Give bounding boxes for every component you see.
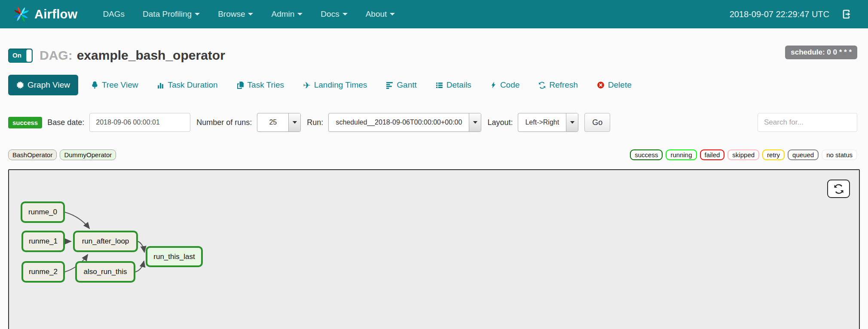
- nav-item-browse[interactable]: Browse: [209, 0, 262, 28]
- search-input[interactable]: [758, 113, 857, 132]
- tab-label: Tree View: [102, 80, 138, 90]
- task-node-runme_0[interactable]: runme_0: [21, 201, 65, 223]
- tab-label: Details: [446, 80, 471, 90]
- bolt-icon: [490, 81, 497, 89]
- legend-row: BashOperatorDummyOperator successrunning…: [8, 149, 857, 160]
- chevron-down-icon: [288, 113, 300, 131]
- edge-runme_0-to-run_after_loop: [65, 212, 89, 228]
- run-label: Run:: [307, 118, 323, 127]
- logout-icon[interactable]: [842, 9, 853, 19]
- edge-run_after_loop-to-run_this_last: [138, 241, 144, 252]
- caret-down-icon: [297, 13, 303, 15]
- task-node-also_run_this[interactable]: also_run_this: [75, 261, 135, 283]
- caret-down-icon: [195, 13, 200, 15]
- nav-item-label: Data Profiling: [143, 9, 192, 19]
- state-badge-skipped: skipped: [727, 149, 759, 160]
- layout-select[interactable]: Left->Right: [518, 113, 578, 132]
- tab-details[interactable]: Details: [426, 80, 481, 90]
- nav-item-label: Docs: [321, 9, 339, 19]
- base-date-label: Base date:: [47, 118, 84, 127]
- brand-label: Airflow: [34, 7, 77, 21]
- tab-label: Gantt: [397, 80, 416, 90]
- nav-item-label: Browse: [218, 9, 245, 19]
- task-node-runme_1[interactable]: runme_1: [21, 231, 65, 252]
- task-node-run_after_loop[interactable]: run_after_loop: [73, 231, 138, 252]
- toggle-knob: [26, 49, 32, 62]
- list-icon: [436, 82, 443, 89]
- tab-gantt[interactable]: Gantt: [376, 80, 426, 90]
- nav-item-label: Admin: [271, 9, 294, 19]
- main-nav: DAGsData ProfilingBrowseAdminDocsAbout: [94, 0, 404, 28]
- files-icon: [237, 82, 244, 89]
- schedule-badge: schedule: 0 0 * * *: [785, 46, 857, 59]
- operator-badge-bashoperator: BashOperator: [8, 149, 57, 160]
- refresh-icon: [538, 82, 546, 89]
- tab-code[interactable]: Code: [481, 80, 529, 90]
- tab-label: Landing Times: [314, 80, 367, 90]
- nav-item-about[interactable]: About: [357, 0, 404, 28]
- tab-label: Delete: [608, 80, 632, 90]
- task-node-run_this_last[interactable]: run_this_last: [146, 246, 203, 267]
- layout-label: Layout:: [487, 118, 513, 127]
- delete-icon: [597, 81, 605, 89]
- run-value: scheduled__2018-09-06T00:00:00+00:00: [329, 113, 469, 131]
- run-select[interactable]: scheduled__2018-09-06T00:00:00+00:00: [328, 113, 481, 132]
- layout-value: Left->Right: [518, 113, 566, 131]
- dagrun-state-badge: success: [8, 117, 42, 128]
- tab-landing-times[interactable]: ✈Landing Times: [293, 80, 376, 90]
- dag-on-off-toggle[interactable]: On: [8, 49, 33, 63]
- graph-view-icon: [16, 81, 24, 89]
- filter-bar: success Base date: Number of runs: 25 Ru…: [8, 113, 857, 132]
- tab-label: Graph View: [28, 80, 70, 90]
- graph-refresh-button[interactable]: [827, 180, 850, 198]
- edge-also_run_this-to-run_this_last: [135, 261, 144, 272]
- plane-icon: ✈: [303, 81, 311, 90]
- tab-label: Code: [500, 80, 520, 90]
- caret-down-icon: [390, 13, 395, 15]
- state-badge-queued: queued: [788, 149, 819, 160]
- state-badge-no-status: no status: [822, 149, 857, 160]
- tab-refresh[interactable]: Refresh: [529, 80, 587, 90]
- nav-item-data-profiling[interactable]: Data Profiling: [134, 0, 209, 28]
- base-date-input[interactable]: [89, 113, 190, 132]
- utc-clock: 2018-09-07 22:29:47 UTC: [730, 9, 829, 19]
- tab-label: Task Duration: [168, 80, 217, 90]
- task-node-runme_2[interactable]: runme_2: [21, 261, 65, 283]
- tab-delete[interactable]: Delete: [587, 80, 641, 90]
- dag-name: example_bash_operator: [77, 48, 225, 63]
- nav-item-admin[interactable]: Admin: [262, 0, 312, 28]
- nav-item-label: About: [366, 9, 387, 19]
- tab-task-tries[interactable]: Task Tries: [227, 80, 294, 90]
- dag-graph-canvas: runme_0runme_1runme_2run_after_loopalso_…: [8, 169, 860, 329]
- go-button[interactable]: Go: [584, 113, 610, 132]
- state-badge-failed: failed: [700, 149, 725, 160]
- caret-down-icon: [342, 13, 348, 15]
- chevron-down-icon: [469, 113, 481, 131]
- operator-badge-dummyoperator: DummyOperator: [60, 149, 116, 160]
- num-runs-select[interactable]: 25: [257, 113, 301, 132]
- tab-label: Refresh: [549, 80, 578, 90]
- navbar-right: 2018-09-07 22:29:47 UTC: [730, 9, 853, 19]
- state-badge-success: success: [630, 149, 663, 160]
- state-legend: successrunningfailedskippedretryqueuedno…: [630, 149, 857, 160]
- toggle-on-label: On: [12, 52, 21, 59]
- num-runs-label: Number of runs:: [196, 118, 252, 127]
- view-tabs: Graph ViewTree ViewTask DurationTask Tri…: [8, 75, 857, 95]
- tab-task-duration[interactable]: Task Duration: [147, 80, 227, 90]
- state-badge-running: running: [666, 149, 697, 160]
- bar-chart-icon: [157, 82, 164, 89]
- operator-legend: BashOperatorDummyOperator: [8, 149, 116, 160]
- dag-header: On DAG: example_bash_operator schedule: …: [8, 48, 857, 63]
- tab-tree-view[interactable]: Tree View: [82, 80, 147, 90]
- tab-graph-view[interactable]: Graph View: [8, 75, 78, 95]
- tab-label: Task Tries: [248, 80, 284, 90]
- nav-item-dags[interactable]: DAGs: [94, 0, 134, 28]
- nav-item-docs[interactable]: Docs: [312, 0, 356, 28]
- caret-down-icon: [248, 13, 253, 15]
- airflow-brand[interactable]: Airflow: [12, 5, 77, 23]
- navbar: Airflow DAGsData ProfilingBrowseAdminDoc…: [0, 0, 868, 28]
- dag-prefix-label: DAG:: [40, 48, 73, 63]
- airflow-logo-icon: [12, 5, 30, 23]
- nav-item-label: DAGs: [103, 9, 125, 19]
- gantt-icon: [386, 82, 393, 89]
